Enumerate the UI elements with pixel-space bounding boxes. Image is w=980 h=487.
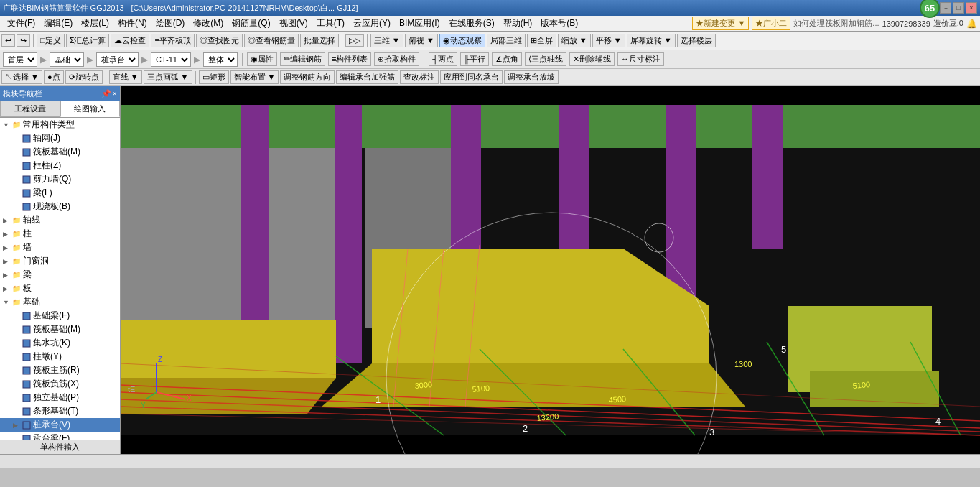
sum-button[interactable]: Σ汇总计算 xyxy=(66,34,110,47)
tree-item[interactable]: 条形基础(T) xyxy=(0,404,120,418)
tree-item[interactable]: ▶📁柱 xyxy=(0,227,120,241)
point-button[interactable]: ●点 xyxy=(44,70,64,84)
tree-item[interactable]: 独立基础(P) xyxy=(0,391,120,404)
menu-bim[interactable]: BIM应用(I) xyxy=(395,16,444,31)
tree-item-label: 筏板基础(M) xyxy=(33,323,80,335)
menu-edit[interactable]: 编辑(E) xyxy=(39,16,77,31)
menu-online[interactable]: 在线服务(S) xyxy=(444,16,499,31)
pick-element-button[interactable]: ⊕拾取构件 xyxy=(374,52,419,66)
tree-item[interactable]: ▼📁基础 xyxy=(0,295,120,309)
close-button[interactable]: × xyxy=(966,2,977,14)
minimize-button[interactable]: － xyxy=(940,2,951,14)
guangxiao-button[interactable]: ★广小二 xyxy=(752,17,790,30)
screen-rotate-button[interactable]: 屏幕旋转 ▼ xyxy=(627,34,676,47)
menu-view[interactable]: 视图(V) xyxy=(275,16,312,31)
edit-rebar-button[interactable]: ✏编辑钢筋 xyxy=(280,52,325,66)
three-point-axis-button[interactable]: ⟨三点轴线 xyxy=(525,52,566,66)
menu-modify[interactable]: 修改(M) xyxy=(189,16,228,31)
tree-item[interactable]: 剪力墙(Q) xyxy=(0,172,120,186)
svg-rect-6 xyxy=(23,312,30,320)
check-mark-button[interactable]: 查改标注 xyxy=(400,70,439,84)
view-rebar-button[interactable]: ◎查看钢筋量 xyxy=(244,34,299,47)
undo-button[interactable]: ↩ xyxy=(1,34,15,47)
align-button[interactable]: ≡平齐板顶 xyxy=(151,34,194,47)
tree-item[interactable]: 集水坑(K) xyxy=(0,336,120,350)
tree-item[interactable]: 轴网(J) xyxy=(0,131,120,145)
svg-text:Y: Y xyxy=(141,402,146,409)
more-button[interactable]: ▷▷ xyxy=(345,34,364,47)
cloud-check-button[interactable]: ☁云检查 xyxy=(111,34,149,47)
tree-item[interactable]: 框柱(Z) xyxy=(0,159,120,172)
element-select[interactable]: 桩承台 xyxy=(96,52,139,67)
menu-draw[interactable]: 绘图(D) xyxy=(151,16,190,31)
tree-item[interactable]: 筏板负筋(X) xyxy=(0,377,120,391)
parallel-button[interactable]: ╟平行 xyxy=(460,52,489,66)
tree-item[interactable]: 柱墩(Y) xyxy=(0,350,120,363)
3d-button[interactable]: 三维 ▼ xyxy=(370,34,403,47)
tree-item[interactable]: ▶📁轴线 xyxy=(0,213,120,227)
tree-item[interactable]: 筏板基础(M) xyxy=(0,145,120,159)
dynamic-obs-button[interactable]: ◉动态观察 xyxy=(439,34,485,47)
property-button[interactable]: ◉属性 xyxy=(247,52,277,66)
view-select[interactable]: 整体 xyxy=(203,52,238,67)
floor-select[interactable]: 首层 xyxy=(3,52,37,67)
menu-rebar[interactable]: 钢筋量(Q) xyxy=(228,16,274,31)
line-button[interactable]: 直线 ▼ xyxy=(109,70,142,84)
menu-tools[interactable]: 工具(T) xyxy=(312,16,349,31)
rotate-point-button[interactable]: ⟳旋转点 xyxy=(65,70,103,84)
dim-mark-button[interactable]: ↔尺寸标注 xyxy=(617,52,664,66)
tree-item[interactable]: 梁(L) xyxy=(0,186,120,200)
sidebar-pin-icon[interactable]: 📌 xyxy=(101,89,111,98)
zoom-button[interactable]: 缩放 ▼ xyxy=(558,34,591,47)
3d-viewport[interactable]: 1 2 3 4 5 3000 5100 4500 13200 5100 1300… xyxy=(121,86,980,454)
element-list-button[interactable]: ≡构件列表 xyxy=(328,52,371,66)
tree-item[interactable]: ▶📁梁 xyxy=(0,268,120,282)
single-element-input[interactable]: 单构件输入 xyxy=(0,440,120,454)
fullscreen-button[interactable]: ⊞全屏 xyxy=(527,34,556,47)
tree-item[interactable]: ▶📁墙 xyxy=(0,241,120,254)
tab-draw-input[interactable]: 绘图输入 xyxy=(60,101,121,117)
menu-help[interactable]: 帮助(H) xyxy=(499,16,537,31)
pan-button[interactable]: 平移 ▼ xyxy=(592,34,625,47)
select-button[interactable]: ↖选择 ▼ xyxy=(1,70,42,84)
define-button[interactable]: □定义 xyxy=(37,34,65,47)
redo-button[interactable]: ↪ xyxy=(17,34,30,47)
svg-text:Z: Z xyxy=(158,356,162,363)
tree-item[interactable]: 基础梁(F) xyxy=(0,309,120,323)
point-angle-button[interactable]: ∡点角 xyxy=(492,52,522,66)
menu-element[interactable]: 构件(N) xyxy=(113,16,151,31)
tree-item[interactable]: ▶桩承台(V) xyxy=(0,418,120,432)
tree-item[interactable]: ▼📁常用构件类型 xyxy=(0,118,120,131)
type-select[interactable]: 基础 xyxy=(50,52,84,67)
two-point-button[interactable]: ┤两点 xyxy=(429,52,457,66)
batch-select-button[interactable]: 批量选择 xyxy=(300,34,339,47)
tab-project-settings[interactable]: 工程设置 xyxy=(0,101,60,117)
tree-item[interactable]: 现浇板(B) xyxy=(0,200,120,213)
menu-file[interactable]: 文件(F) xyxy=(3,16,39,31)
find-button[interactable]: ◎查找图元 xyxy=(196,34,243,47)
sidebar-close-icon[interactable]: × xyxy=(113,89,117,98)
smart-layout-button[interactable]: 智能布置 ▼ xyxy=(230,70,279,84)
tree-item[interactable]: ▶📁板 xyxy=(0,282,120,295)
delete-aux-button[interactable]: ✕删除辅线 xyxy=(569,52,615,66)
select-floor-button[interactable]: 选择楼层 xyxy=(677,34,716,47)
rect-button[interactable]: ▭矩形 xyxy=(199,70,229,84)
apply-same-cap-button[interactable]: 应用到同名承台 xyxy=(440,70,503,84)
adjust-slope-button[interactable]: 调整承台放坡 xyxy=(504,70,559,84)
tree-item[interactable]: 承台梁(F) xyxy=(0,432,120,440)
menu-version[interactable]: 版本号(B) xyxy=(536,16,582,31)
score-text: 造价豆:0 xyxy=(933,18,963,29)
adjust-rebar-dir-button[interactable]: 调整钢筋方向 xyxy=(280,70,335,84)
maximize-button[interactable]: □ xyxy=(953,2,964,14)
new-change-button[interactable]: ★新建变更 ▼ xyxy=(692,17,749,30)
edit-cap-rebar-button[interactable]: 编辑承台加强筋 xyxy=(336,70,398,84)
id-select[interactable]: CT-11 xyxy=(151,52,191,67)
menu-cloud[interactable]: 云应用(Y) xyxy=(349,16,395,31)
topview-button[interactable]: 俯视 ▼ xyxy=(405,34,438,47)
tree-item[interactable]: ▶📁门窗洞 xyxy=(0,254,120,268)
local-3d-button[interactable]: 局部三维 xyxy=(487,34,526,47)
menu-floor[interactable]: 楼层(L) xyxy=(77,16,113,31)
tree-item[interactable]: 筏板基础(M) xyxy=(0,323,120,336)
arc-button[interactable]: 三点画弧 ▼ xyxy=(144,70,192,84)
tree-item[interactable]: 筏板主筋(R) xyxy=(0,363,120,377)
